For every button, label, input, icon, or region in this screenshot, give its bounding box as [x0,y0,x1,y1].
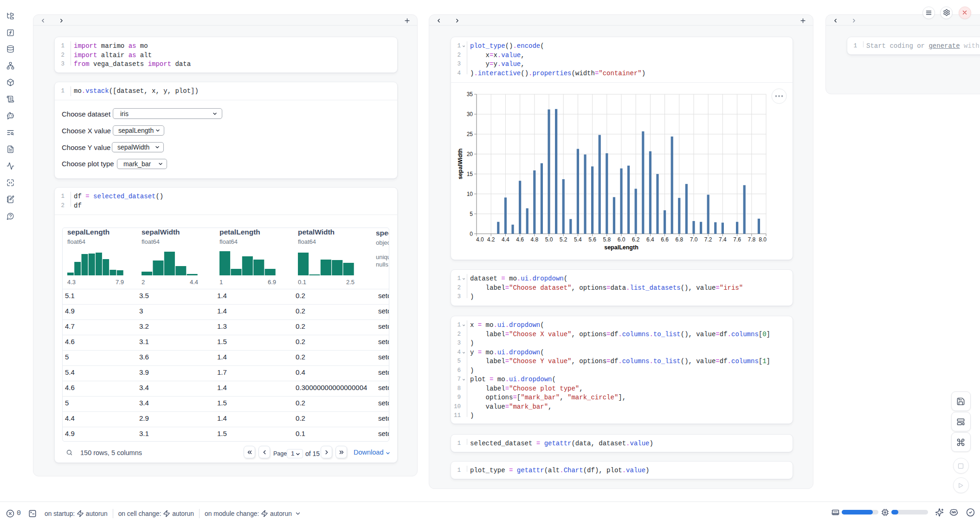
svg-text:4.8: 4.8 [530,236,538,243]
svg-text:5.6: 5.6 [588,236,596,243]
svg-text:6.2: 6.2 [632,236,640,243]
svg-text:4.4: 4.4 [502,236,509,243]
svg-text:5.2: 5.2 [560,236,567,243]
svg-text:4.2: 4.2 [487,236,495,243]
svg-text:7.6: 7.6 [733,236,741,243]
svg-text:15: 15 [467,171,473,177]
svg-text:6.6: 6.6 [661,236,669,243]
svg-text:25: 25 [467,131,473,137]
svg-text:35: 35 [467,91,473,98]
svg-text:7.0: 7.0 [690,236,698,243]
svg-text:7.8: 7.8 [748,236,755,243]
svg-text:6.4: 6.4 [646,236,654,243]
svg-text:sepalWidth: sepalWidth [457,149,464,180]
svg-text:6.8: 6.8 [675,236,683,243]
svg-text:5.8: 5.8 [603,236,611,243]
svg-text:5: 5 [470,211,473,217]
svg-text:7.2: 7.2 [704,236,712,243]
svg-text:0: 0 [470,231,473,237]
svg-text:4.0: 4.0 [476,236,484,243]
svg-text:30: 30 [467,111,473,117]
svg-text:7.4: 7.4 [719,236,727,243]
svg-text:10: 10 [467,191,473,197]
svg-text:5.4: 5.4 [574,236,582,243]
svg-text:20: 20 [467,151,473,157]
svg-text:8.0: 8.0 [759,236,767,243]
svg-text:5.0: 5.0 [545,236,553,243]
svg-text:sepalLength: sepalLength [604,244,638,251]
svg-text:4.6: 4.6 [516,236,524,243]
svg-text:6.0: 6.0 [618,236,625,243]
